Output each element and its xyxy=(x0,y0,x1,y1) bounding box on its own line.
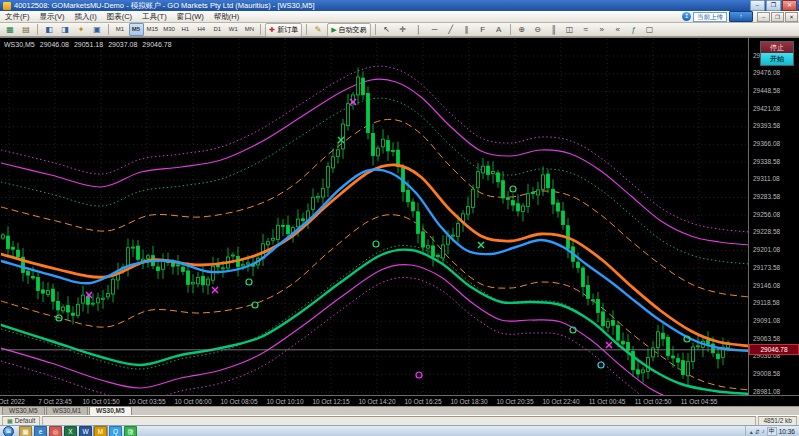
chart-plot-area[interactable] xyxy=(1,39,749,396)
upload-button[interactable]: ↑ xyxy=(729,11,753,22)
text-tool-icon[interactable]: A xyxy=(491,23,506,37)
horizontal-line-tool-icon[interactable]: ─ xyxy=(427,23,442,37)
timeframe-m15-button[interactable]: M15 xyxy=(145,23,161,36)
toolbar: ▦▤◧◨✦▣M1M5M15M30H1H4D1W1MN✚新订单✎▶自动交易↖✛│─… xyxy=(0,23,799,37)
ie-browser-taskbar-icon[interactable]: e xyxy=(34,426,47,436)
fast-ma-thick-blue xyxy=(1,170,749,351)
time-tick-label: 10 Oct 06:00 xyxy=(174,398,211,405)
new-order-button[interactable]: ✚新订单 xyxy=(265,23,302,37)
menu-item-0[interactable]: 文件(F) xyxy=(0,11,35,22)
menu-item-4[interactable]: 工具(T) xyxy=(137,11,172,22)
chart-tab-2[interactable]: WS30,M5 xyxy=(89,406,132,415)
menu-item-1[interactable]: 显示(V) xyxy=(35,11,70,22)
minimize-button[interactable]: – xyxy=(750,0,765,11)
candle-chart-mode-icon[interactable]: ◫ xyxy=(562,23,577,37)
timeframe-h4-button[interactable]: H4 xyxy=(194,23,209,36)
ea-start-button[interactable]: 开始 xyxy=(761,53,793,65)
price-tick-label: 29393.58 xyxy=(753,122,780,129)
child-close-button[interactable]: ✕ xyxy=(785,12,798,22)
explorer-taskbar-icon[interactable]: ▦ xyxy=(19,426,32,436)
profiles-icon[interactable]: ▤ xyxy=(19,23,34,37)
chart-shift-icon[interactable]: « xyxy=(610,23,625,37)
templates-icon[interactable]: ▢ xyxy=(642,23,657,37)
app-icon xyxy=(3,2,11,10)
new-order-label: 新订单 xyxy=(277,24,298,36)
zoom-in-icon[interactable]: ⊕ xyxy=(514,23,529,37)
excel-taskbar-icon[interactable]: X xyxy=(64,426,77,436)
toolbar-separator xyxy=(510,24,511,35)
close-button[interactable]: ✕ xyxy=(782,0,797,11)
price-tick-label: 29311.08 xyxy=(753,175,780,182)
crosshair-tool-icon[interactable]: ✛ xyxy=(395,23,410,37)
terminal-icon[interactable]: ▣ xyxy=(90,23,105,37)
price-tick-label: 29228.58 xyxy=(753,228,780,235)
time-tick-label: 10 Oct 16:25 xyxy=(404,398,441,405)
start-button[interactable]: ⊞ xyxy=(3,426,14,436)
title-bar: 40012508: GOMarketsMU-Demo - 模拟账户 - GO M… xyxy=(0,0,799,11)
bar-chart-mode-icon[interactable]: ║ xyxy=(546,23,561,37)
application-window: 40012508: GOMarketsMU-Demo - 模拟账户 - GO M… xyxy=(0,0,799,436)
volume-icon[interactable]: ♪ xyxy=(762,428,765,435)
trendline-tool-icon[interactable]: ╱ xyxy=(443,23,458,37)
time-tick-label: 10 Oct 12:15 xyxy=(312,398,349,405)
mt4-terminal-taskbar-icon[interactable]: M xyxy=(94,426,107,436)
time-tick-label: 10 Oct 22:40 xyxy=(542,398,579,405)
new-chart-icon[interactable]: ▦ xyxy=(3,23,18,37)
ea-stop-button[interactable]: 停止 xyxy=(761,42,793,53)
word-taskbar-icon[interactable]: W xyxy=(79,426,92,436)
wechat-taskbar-icon[interactable]: 微 xyxy=(124,426,137,436)
taskbar: ⊞ ▦e◎XWMQ微 ▴⇵♪ 中 10:36 xyxy=(0,425,799,436)
menu-item-3[interactable]: 图表(C) xyxy=(102,11,137,22)
chart-tab-0[interactable]: WS30,M5 xyxy=(2,406,45,415)
child-minimize-button[interactable]: – xyxy=(757,12,770,22)
restore-button[interactable]: ❐ xyxy=(766,0,781,11)
menu-item-5[interactable]: 窗口(W) xyxy=(172,11,209,22)
channel-tool-icon[interactable]: ∥ xyxy=(459,23,474,37)
zoom-out-icon[interactable]: ⊖ xyxy=(530,23,545,37)
time-tick-label: 10 Oct 03:55 xyxy=(128,398,165,405)
chart-tabs-bar: WS30,M5WS30,M1WS30,M5 xyxy=(0,406,799,415)
toolbar-separator xyxy=(108,24,109,35)
line-chart-mode-icon[interactable]: ≈ xyxy=(578,23,593,37)
price-axis[interactable]: 29503.5829476.0829448.5829421.0829393.58… xyxy=(748,38,799,396)
price-tick-label: 29256.08 xyxy=(753,211,780,218)
time-tick-label: 10 Oct 08:05 xyxy=(220,398,257,405)
vertical-line-tool-icon[interactable]: │ xyxy=(411,23,426,37)
timeframe-mn-button[interactable]: MN xyxy=(242,23,257,36)
child-restore-button[interactable]: ❐ xyxy=(771,12,784,22)
timeframe-m5-button[interactable]: M5 xyxy=(129,23,144,36)
cursor-tool-icon[interactable]: ↖ xyxy=(379,23,394,37)
data-window-icon[interactable]: ◨ xyxy=(58,23,73,37)
network-icon[interactable]: ⇵ xyxy=(755,428,760,435)
indicators-icon[interactable]: ƒ xyxy=(626,23,641,37)
ea-panel: 停止 开始 xyxy=(760,41,794,66)
timeframe-m1-button[interactable]: M1 xyxy=(113,23,128,36)
ohlc-close: 29046.78 xyxy=(142,41,171,48)
hidden-icons[interactable]: ▴ xyxy=(750,428,753,435)
language-indicator[interactable]: 中 xyxy=(767,427,777,436)
market-watch-icon[interactable]: ◧ xyxy=(42,23,57,37)
navigator-icon[interactable]: ✦ xyxy=(74,23,89,37)
timeframe-h1-button[interactable]: H1 xyxy=(178,23,193,36)
price-tick-label: 29201.08 xyxy=(753,246,780,253)
timeframe-m30-button[interactable]: M30 xyxy=(161,23,177,36)
ohlc-low: 29037.08 xyxy=(108,41,137,48)
timeframe-d1-button[interactable]: D1 xyxy=(210,23,225,36)
upper-band-outer-dotted-line xyxy=(1,66,749,232)
time-tick-label: 10 Oct 01:50 xyxy=(82,398,119,405)
chart-window-controls: –❐✕ xyxy=(757,12,799,22)
menu-item-6[interactable]: 帮助(H) xyxy=(209,11,244,22)
price-tick-label: 29063.58 xyxy=(753,335,780,342)
menu-item-2[interactable]: 插入(I) xyxy=(70,11,102,22)
upper-green-dotted-line xyxy=(1,98,749,264)
metaeditor-icon[interactable]: ✎ xyxy=(311,23,326,37)
fibonacci-tool-icon[interactable]: F xyxy=(475,23,490,37)
time-tick-label: 10 Oct 20:35 xyxy=(496,398,533,405)
chart-window: 29503.5829476.0829448.5829421.0829393.58… xyxy=(0,37,799,407)
auto-scroll-icon[interactable]: » xyxy=(594,23,609,37)
auto-trading-button[interactable]: ▶自动交易 xyxy=(327,23,370,37)
qq-taskbar-icon[interactable]: Q xyxy=(109,426,122,436)
chart-tab-1[interactable]: WS30,M1 xyxy=(46,406,89,415)
chrome-browser-taskbar-icon[interactable]: ◎ xyxy=(49,426,62,436)
timeframe-w1-button[interactable]: W1 xyxy=(226,23,241,36)
